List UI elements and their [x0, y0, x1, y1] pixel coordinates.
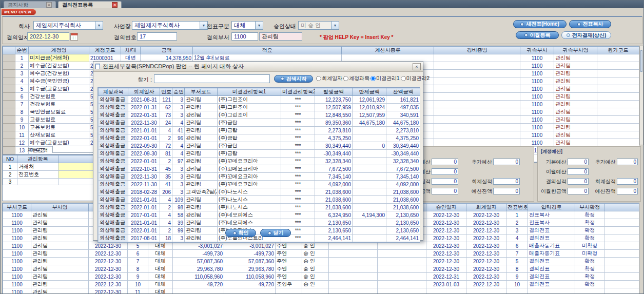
- column-header[interactable]: 부서명: [31, 204, 89, 211]
- column-header[interactable]: 귀속부서: [520, 47, 554, 54]
- column-header[interactable]: 적요: [193, 47, 342, 54]
- column-header[interactable]: 경비증빙: [434, 47, 520, 54]
- search-start-button[interactable]: 검색시작: [274, 75, 313, 83]
- radio-icon[interactable]: [370, 76, 376, 81]
- column-header[interactable]: 부서확정: [575, 204, 604, 211]
- table-row[interactable]: 1100관리팀2022-12-305대체-3,001,027-3,001,027…: [3, 242, 639, 250]
- tab-notice[interactable]: 공지사항 ×: [4, 1, 56, 8]
- ok-button[interactable]: 확인: [225, 229, 256, 237]
- column-header[interactable]: 순번: [15, 47, 29, 54]
- budget-value[interactable]: 0: [617, 178, 638, 185]
- company-select[interactable]: 제일제지주식회사 ▼: [33, 21, 103, 30]
- budget-value[interactable]: 0: [617, 159, 638, 165]
- column-header[interactable]: 관리항목: [17, 155, 58, 163]
- budget-value[interactable]: 0: [493, 178, 520, 185]
- search-input[interactable]: [154, 74, 270, 83]
- table-row[interactable]: 1100관리팀2022-12-307대체57,087,36057,087,360…: [3, 258, 639, 265]
- table-row[interactable]: 1100관리팀2022-12-3010대체49,72049,720조영우승 인2…: [3, 281, 639, 288]
- tab-voucher-entry[interactable]: 결의전표등록 ×: [58, 1, 122, 8]
- chevron-down-icon[interactable]: ▼: [200, 22, 207, 29]
- budget-value[interactable]: 0: [432, 188, 458, 194]
- column-header[interactable]: 발생금액: [315, 88, 353, 96]
- table-row[interactable]: 외상매출금2022-09-30724관리팀(주)금탑***30,349,4400…: [99, 142, 420, 150]
- column-header[interactable]: 원가코드: [597, 47, 639, 54]
- column-header[interactable]: 순번: [172, 88, 185, 96]
- close-icon[interactable]: ×: [413, 63, 421, 70]
- e-approval-button[interactable]: 전자결재(상신): [561, 31, 611, 39]
- column-header[interactable]: 부서코드: [185, 88, 218, 96]
- table-row[interactable]: 외상매출금2022-11-30353관리팀(주)꼬메요코리아***7,345,1…: [99, 173, 420, 181]
- column-header[interactable]: 번호: [160, 88, 172, 96]
- new-slip-button[interactable]: 새전표(Home): [513, 20, 567, 28]
- close-icon[interactable]: ×: [112, 2, 118, 8]
- radio-icon[interactable]: [401, 76, 406, 81]
- column-header[interactable]: 계정코드: [89, 47, 121, 54]
- budget-value[interactable]: 0: [493, 188, 520, 194]
- calendar-icon[interactable]: [70, 33, 78, 41]
- dept-code-input[interactable]: 1100: [231, 32, 258, 41]
- approval-date-input[interactable]: 2022-12-30: [27, 32, 69, 41]
- table-row[interactable]: 외상매출금2021-01-014109관리팀(주)나노시스***21,038,6…: [99, 196, 420, 204]
- table-row[interactable]: 1100관리팀2022-12-3011대체: [3, 288, 639, 294]
- close-icon[interactable]: ×: [46, 2, 52, 8]
- table-row[interactable]: 외상매출금2022-01-31623관리팀(주)그린조이***12,507,95…: [99, 104, 420, 111]
- column-header[interactable]: 전표번호: [506, 204, 528, 211]
- approval-no-input[interactable]: 17: [137, 32, 177, 41]
- radio-option[interactable]: 회계일자: [316, 75, 342, 82]
- budget-value[interactable]: 0: [432, 168, 458, 175]
- table-row[interactable]: 외상매출금2022-11-30413관리팀(주)꼬메요코리아***4,092,0…: [99, 181, 420, 188]
- table-row[interactable]: 1100관리팀2022-12-308대체29,963,78029,963,780…: [3, 265, 639, 273]
- budget-value[interactable]: 0: [568, 159, 589, 165]
- radio-icon[interactable]: [343, 76, 348, 81]
- column-header[interactable]: [3, 47, 15, 54]
- table-row[interactable]: 외상매출금2021-08-311213관리팀(주)그린조이***12,223,7…: [99, 96, 420, 104]
- chevron-down-icon[interactable]: ▼: [331, 22, 339, 29]
- table-row[interactable]: 외상매출금2022-01-01296관리팀(주)금탑***4,375,2504,…: [99, 134, 420, 142]
- column-header[interactable]: 승인일자: [426, 204, 466, 211]
- column-header[interactable]: NO: [3, 155, 17, 163]
- column-header[interactable]: 회계일자: [128, 88, 160, 96]
- table-row[interactable]: 외상매출금2021-01-01441관리팀(주)금탑***2,273,8102,…: [99, 127, 420, 134]
- budget-value[interactable]: 0: [432, 159, 458, 165]
- menu-open-badge[interactable]: MENU OPEN: [2, 9, 36, 15]
- table-row[interactable]: 외상매출금2018-02-282063고객만족2팀(JJ(주)나노시스***21…: [99, 188, 420, 196]
- column-header[interactable]: 잔액금액: [386, 88, 420, 96]
- budget-value[interactable]: 0: [617, 188, 638, 194]
- budget-value[interactable]: 0: [493, 159, 520, 165]
- table-row[interactable]: 1100관리팀2022-12-306대체-499,730-499,730주엔승 …: [3, 250, 639, 258]
- scrollbar[interactable]: [639, 46, 643, 145]
- column-header[interactable]: 금액: [141, 47, 193, 54]
- budget-value[interactable]: 0: [432, 178, 458, 185]
- table-row[interactable]: 외상매출금2022-01-31733관리팀(주)그린조이***12,848,55…: [99, 111, 420, 119]
- budget-value[interactable]: 0: [568, 168, 589, 175]
- column-header[interactable]: 계정과목: [99, 88, 128, 96]
- column-header[interactable]: 입력경로: [528, 204, 575, 211]
- table-row[interactable]: 외상매출금2022-01-01297관리팀(주)꼬메요코리아***32,328,…: [99, 158, 420, 165]
- column-header[interactable]: 반제금액: [353, 88, 386, 96]
- radio-option[interactable]: 계정과목: [343, 75, 369, 82]
- column-header[interactable]: 미결관리항목1: [218, 88, 281, 96]
- table-row[interactable]: 외상매출금2021-01-01439관리팀(주)네오피에스***2,130,65…: [99, 219, 420, 227]
- table-row[interactable]: 외상매출금2022-10-31453관리팀(주)꼬메요코리아***7,672,5…: [99, 165, 420, 173]
- table-row[interactable]: 외상매출금2022-11-30244관리팀(주)금탑***89,350,3604…: [99, 119, 420, 127]
- radio-option[interactable]: 미결관리2: [401, 75, 430, 82]
- column-header[interactable]: 계산서종류: [342, 47, 434, 54]
- chevron-down-icon[interactable]: ▼: [255, 22, 263, 29]
- budget-value[interactable]: 0: [568, 188, 589, 194]
- chevron-down-icon[interactable]: ▼: [95, 22, 103, 29]
- column-header[interactable]: 회계일자: [466, 204, 506, 211]
- budget-value[interactable]: 0: [568, 178, 589, 185]
- slip-type-select[interactable]: 대체 ▼: [231, 21, 263, 30]
- copy-slip-button[interactable]: 전표복사: [569, 20, 611, 28]
- column-header[interactable]: 미결관리항목2: [281, 88, 315, 96]
- column-header[interactable]: 부서코드: [3, 204, 31, 211]
- column-header[interactable]: 계정명: [29, 47, 89, 54]
- column-header[interactable]: 차/대: [121, 47, 141, 54]
- table-row[interactable]: 외상매출금2022-09-30814관리팀(주)금탑***-30,349,440…: [99, 150, 420, 158]
- table-row[interactable]: 외상매출금2022-01-01298관리팀(주)나노시스***21,038,60…: [99, 204, 420, 211]
- popup-title-bar[interactable]: 전표세부항목(SPNDCDPop) 팝업 -- 웹 페이지 대화 상자 ×: [93, 62, 423, 72]
- close-button[interactable]: 닫기: [260, 229, 291, 237]
- carry-over-button[interactable]: 이월등록: [516, 31, 559, 39]
- table-row[interactable]: 1100관리팀2022-12-309대체110,058,960110,058,9…: [3, 273, 639, 281]
- column-header[interactable]: [604, 204, 639, 211]
